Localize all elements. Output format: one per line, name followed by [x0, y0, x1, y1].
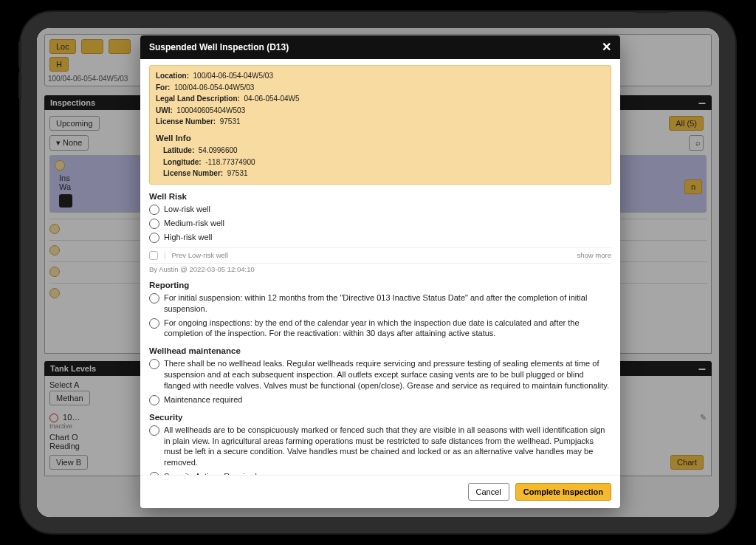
risk-low-label: Low-risk well [164, 204, 611, 215]
wellhead-opt2-radio[interactable] [149, 395, 159, 405]
security-opt1-radio[interactable] [149, 425, 159, 436]
volume-down-button [18, 72, 21, 99]
history-icon[interactable] [149, 251, 158, 260]
security-opt1-label: All wellheads are to be conspicuously ma… [164, 425, 611, 468]
modal-body: Location: 100/04-06-054-04W5/03 For: 100… [140, 59, 620, 475]
wellhead-heading: Wellhead maintenance [149, 346, 611, 355]
inspection-modal: Suspended Well Inspection (D13) ✕ Locati… [140, 35, 620, 508]
wellhead-opt1-radio[interactable] [149, 359, 159, 369]
byline-text: By Austin @ 2022-03-05 12:04:10 [149, 265, 611, 273]
wellhead-opt2-label: Maintenance required [164, 394, 611, 405]
volume-up-button [18, 41, 21, 68]
complete-inspection-button[interactable]: Complete Inspection [515, 483, 611, 501]
wellhead-opt1-label: There shall be no wellhead leaks. Regula… [164, 358, 611, 391]
well-risk-meta: | Prev Low-risk well show more [149, 247, 611, 264]
well-info-banner: Location: 100/04-06-054-04W5/03 For: 100… [149, 65, 611, 185]
tablet-frame: Loc H 100/04-06-054-04W5/03 Inspections … [21, 12, 735, 533]
risk-medium-label: Medium-risk well [164, 218, 611, 229]
reporting-opt2-label: For ongoing inspections: by the end of t… [164, 318, 611, 340]
reporting-opt1-label: For initial suspension: within 12 months… [164, 292, 611, 315]
close-icon[interactable]: ✕ [602, 41, 611, 53]
well-risk-heading: Well Risk [149, 192, 611, 201]
power-button [635, 10, 669, 13]
security-heading: Security [149, 413, 611, 422]
modal-title: Suspended Well Inspection (D13) [149, 42, 289, 52]
risk-medium-radio[interactable] [149, 219, 159, 229]
modal-footer: Cancel Complete Inspection [140, 475, 620, 508]
risk-high-label: High-risk well [164, 232, 611, 243]
reporting-heading: Reporting [149, 281, 611, 289]
cancel-button[interactable]: Cancel [468, 483, 509, 501]
risk-low-radio[interactable] [149, 205, 159, 215]
reporting-opt2-radio[interactable] [149, 318, 159, 329]
prev-value-text: Prev Low-risk well [171, 251, 228, 259]
reporting-opt1-radio[interactable] [149, 293, 159, 304]
risk-high-radio[interactable] [149, 233, 159, 243]
tablet-screen: Loc H 100/04-06-054-04W5/03 Inspections … [37, 28, 719, 517]
show-more-link[interactable]: show more [577, 251, 611, 259]
